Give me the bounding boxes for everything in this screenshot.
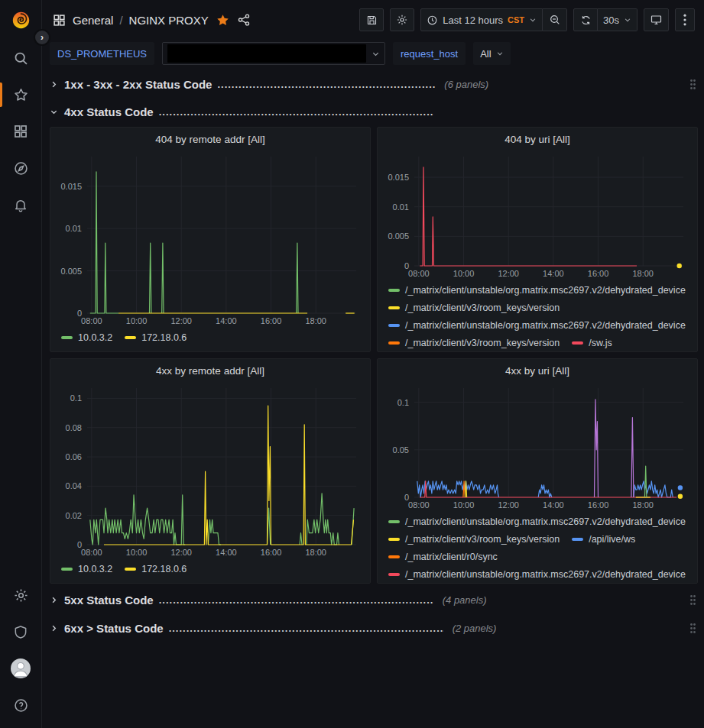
legend-item[interactable]: /_matrix/client/unstable/org.matrix.msc2… bbox=[388, 569, 686, 580]
svg-text:18:00: 18:00 bbox=[305, 548, 326, 557]
row-header-4xx[interactable]: 4xx Status Code ........................… bbox=[50, 102, 698, 122]
panel-title[interactable]: 4xx by remote addr [All] bbox=[50, 359, 370, 382]
panel-title[interactable]: 4xx by uri [All] bbox=[378, 359, 697, 382]
favorite-button[interactable] bbox=[216, 13, 230, 28]
breadcrumb-dashboard[interactable]: NGINX PROXY bbox=[129, 14, 209, 27]
variable-select-request-host[interactable]: All bbox=[473, 42, 510, 65]
legend-item[interactable]: /_matrix/client/r0/sync bbox=[388, 552, 498, 562]
apps-grid-icon bbox=[53, 14, 66, 27]
legend-item[interactable]: /_matrix/client/unstable/org.matrix.msc2… bbox=[388, 285, 686, 296]
share-icon bbox=[237, 13, 251, 27]
chevron-right-icon bbox=[50, 596, 59, 604]
svg-text:12:00: 12:00 bbox=[170, 316, 192, 325]
legend-item[interactable]: /_matrix/client/unstable/org.matrix.msc2… bbox=[388, 320, 686, 331]
chart-svg: 00.0050.010.01508:0010:0012:0014:0016:00… bbox=[382, 150, 693, 280]
dashboards-nav-button[interactable] bbox=[53, 14, 66, 27]
row-drag-handle[interactable] bbox=[689, 594, 698, 606]
legend-item[interactable]: /_matrix/client/v3/room_keys/version bbox=[388, 303, 560, 313]
more-options-button[interactable] bbox=[675, 8, 695, 31]
legend-series-label: /_matrix/client/unstable/org.matrix.msc2… bbox=[405, 285, 686, 296]
chevron-right-icon bbox=[50, 624, 59, 633]
share-button[interactable] bbox=[237, 13, 251, 27]
sidebar-item-explore[interactable] bbox=[0, 150, 41, 186]
svg-text:18:00: 18:00 bbox=[305, 316, 326, 325]
legend-item[interactable]: /api/live/ws bbox=[572, 534, 635, 545]
sidebar-item-server-admin[interactable] bbox=[0, 613, 41, 650]
legend-series-swatch bbox=[388, 289, 400, 292]
legend-series-label: 10.0.3.2 bbox=[78, 564, 112, 574]
panel-legend: /_matrix/client/unstable/org.matrix.msc2… bbox=[378, 280, 697, 348]
legend-series-swatch bbox=[572, 538, 583, 541]
save-dashboard-button[interactable] bbox=[359, 8, 384, 31]
legend-item[interactable]: 172.18.0.6 bbox=[125, 564, 187, 574]
dashboard-settings-button[interactable] bbox=[390, 8, 414, 31]
row-title-dots: ........................................… bbox=[217, 79, 436, 90]
sidebar bbox=[0, 0, 42, 728]
legend-item[interactable]: 172.18.0.6 bbox=[125, 332, 187, 343]
legend-series-swatch bbox=[125, 336, 136, 339]
sidebar-expand-button[interactable]: › bbox=[34, 29, 50, 46]
sidebar-item-starred[interactable] bbox=[0, 76, 41, 113]
apps-grid-icon bbox=[13, 124, 28, 139]
row-header-5xx[interactable]: 5xx Status Code ........................… bbox=[50, 590, 698, 610]
bell-icon bbox=[13, 197, 28, 213]
row-header-1xx-3xx-2xx[interactable]: 1xx - 3xx - 2xx Status Code ............… bbox=[50, 74, 698, 95]
legend-item[interactable]: 10.0.3.2 bbox=[61, 564, 112, 574]
cycle-view-mode-button[interactable] bbox=[644, 8, 669, 31]
legend-series-swatch bbox=[388, 341, 400, 345]
svg-text:16:00: 16:00 bbox=[588, 269, 609, 278]
sidebar-item-search[interactable] bbox=[0, 40, 41, 76]
chevron-down-icon bbox=[50, 108, 59, 116]
svg-text:0.04: 0.04 bbox=[66, 481, 82, 490]
row-panel-count: (4 panels) bbox=[443, 594, 487, 606]
sidebar-item-alerting[interactable] bbox=[0, 186, 41, 223]
row-drag-handle[interactable] bbox=[689, 623, 698, 634]
chart-svg: 00.0050.010.01508:0010:0012:0014:0016:00… bbox=[55, 150, 365, 327]
sidebar-item-dashboards[interactable] bbox=[0, 113, 41, 150]
svg-text:08:00: 08:00 bbox=[81, 548, 102, 557]
panel-legend: 10.0.3.2172.18.0.6 bbox=[50, 558, 370, 580]
legend-row: /_matrix/client/unstable/org.matrix.msc2… bbox=[388, 316, 689, 334]
chart-canvas[interactable]: 00.020.040.060.080.108:0010:0012:0014:00… bbox=[55, 382, 365, 558]
panel-title[interactable]: 404 by remote addr [All] bbox=[50, 128, 370, 150]
legend-series-swatch bbox=[388, 555, 400, 558]
legend-item[interactable]: /_matrix/client/unstable/org.matrix.msc2… bbox=[388, 516, 686, 527]
legend-item[interactable]: /sw.js bbox=[572, 338, 612, 348]
sidebar-item-configuration[interactable] bbox=[0, 577, 41, 613]
legend-series-label: /_matrix/client/unstable/org.matrix.msc2… bbox=[405, 320, 686, 331]
row-title: 1xx - 3xx - 2xx Status Code bbox=[64, 78, 212, 91]
chart-canvas[interactable]: 00.0050.010.01508:0010:0012:0014:0016:00… bbox=[55, 150, 365, 327]
time-range-button[interactable]: Last 12 hours CST bbox=[420, 8, 543, 31]
legend-series-swatch bbox=[572, 341, 583, 345]
row-title: 6xx > Status Code bbox=[64, 622, 164, 635]
save-icon bbox=[366, 15, 378, 26]
zoom-out-time-button[interactable] bbox=[543, 8, 567, 31]
legend-series-label: 10.0.3.2 bbox=[78, 332, 112, 343]
svg-text:08:00: 08:00 bbox=[408, 500, 430, 510]
legend-series-label: /_matrix/client/r0/sync bbox=[405, 552, 498, 562]
svg-text:0.005: 0.005 bbox=[388, 231, 409, 241]
legend-row: /_matrix/client/v3/room_keys/version/api… bbox=[388, 530, 689, 548]
row-header-6xx[interactable]: 6xx > Status Code ......................… bbox=[50, 618, 698, 639]
sidebar-item-help[interactable] bbox=[0, 687, 41, 723]
svg-text:08:00: 08:00 bbox=[81, 316, 102, 325]
refresh-button[interactable] bbox=[573, 8, 598, 31]
legend-item[interactable]: /_matrix/client/v3/room_keys/version bbox=[388, 534, 560, 545]
user-avatar-icon bbox=[11, 658, 31, 678]
question-circle-icon bbox=[13, 697, 29, 713]
row-drag-handle[interactable] bbox=[689, 79, 698, 90]
sidebar-item-profile[interactable] bbox=[0, 650, 41, 687]
svg-text:16:00: 16:00 bbox=[261, 548, 282, 557]
breadcrumb-folder[interactable]: General bbox=[73, 14, 113, 27]
legend-item[interactable]: /_matrix/client/v3/room_keys/version bbox=[388, 338, 560, 348]
legend-item[interactable]: 10.0.3.2 bbox=[61, 332, 112, 343]
variable-select-ds-prometheus[interactable] bbox=[162, 42, 385, 65]
panel-title[interactable]: 404 by uri [All] bbox=[378, 128, 697, 150]
chart-canvas[interactable]: 00.0050.010.01508:0010:0012:0014:0016:00… bbox=[382, 150, 693, 280]
monitor-icon bbox=[650, 14, 663, 26]
refresh-interval-button[interactable]: 30s bbox=[598, 8, 637, 31]
legend-row: 10.0.3.2172.18.0.6 bbox=[61, 560, 362, 578]
star-icon bbox=[13, 87, 29, 103]
chart-canvas[interactable]: 00.050.108:0010:0012:0014:0016:0018:00 bbox=[382, 382, 693, 511]
svg-text:0.01: 0.01 bbox=[393, 202, 409, 212]
